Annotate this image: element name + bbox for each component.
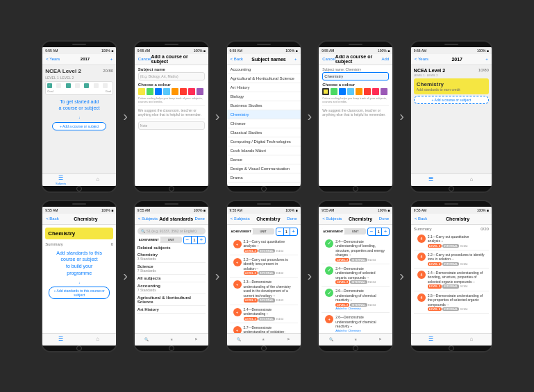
tab-search-9[interactable]: 🔍 xyxy=(319,337,343,341)
tab-search-8[interactable]: 🔍 xyxy=(227,337,251,341)
std-item-23[interactable]: + 2.3—Demonstrate understanding of the c… xyxy=(230,278,298,305)
list-item-classical[interactable]: Classical Studies xyxy=(227,128,301,137)
std-item-27[interactable]: + 2.7—Demonstrate understanding of oxida… xyxy=(230,323,298,333)
swatch-purple[interactable] xyxy=(197,88,203,95)
swatch-yellow-4[interactable] xyxy=(322,88,329,95)
std-item-24[interactable]: + 2.4—Demonstrate understanding→ LEVEL 2… xyxy=(230,305,298,323)
chemistry-card[interactable]: Chemistry Add standards to earn credit xyxy=(414,78,489,94)
swatch-teal[interactable] xyxy=(163,88,170,95)
add-course-btn-5[interactable]: + Add a course or subject xyxy=(414,96,489,104)
seg-ach-9[interactable]: ACHIEVEMENT xyxy=(322,228,344,235)
back-button-3[interactable]: < Back xyxy=(231,57,244,61)
tab-flag-9[interactable]: ⚑ xyxy=(368,337,392,341)
tab-star-8[interactable]: ★ xyxy=(251,337,276,341)
back-button[interactable]: < Years xyxy=(46,57,60,61)
std-item-9-1[interactable]: ✓ 2.4—Demonstrate understanding of bondi… xyxy=(322,237,390,264)
list-item-design[interactable]: Design & Visual Communication xyxy=(227,164,301,173)
stepper-minus[interactable]: − xyxy=(184,237,191,244)
subj-chemistry-7[interactable]: Chemistry 3 Standards xyxy=(137,251,206,263)
step-plus-8[interactable]: + xyxy=(290,228,297,235)
std-item-10-2[interactable]: 4 2.2—Carry out procedures to identify i… xyxy=(414,250,489,269)
tab-flag-7[interactable]: ⚑ xyxy=(183,337,208,341)
cancel-button[interactable]: Cancel xyxy=(138,57,151,61)
years-button-5[interactable]: < Years xyxy=(415,57,428,61)
std-item-9-2[interactable]: ✓ 2.4—Demonstrate understanding of selec… xyxy=(322,264,390,287)
swatch-purple-4[interactable] xyxy=(381,88,387,95)
seg-ach-8[interactable]: ACHIEVEMENT xyxy=(230,228,253,235)
tab-subjects-10[interactable]: ☰ xyxy=(411,336,451,343)
subj-art-7[interactable]: Art History xyxy=(137,306,206,314)
swatch-orange[interactable] xyxy=(172,88,178,95)
std-item-22[interactable]: + 2.2—Carry out procedures to identify i… xyxy=(230,255,298,278)
list-item-chemistry[interactable]: Chemistry xyxy=(227,110,301,119)
done-button-8[interactable]: Done xyxy=(287,216,297,221)
subject-name-value[interactable]: Chemistry xyxy=(322,72,389,80)
notes-input[interactable]: Note xyxy=(138,121,205,130)
subj-accounting-7[interactable]: Accounting 7 Standards xyxy=(137,282,206,294)
search-bar-7[interactable]: 🔍 S1 (e.g. 91337, 3562 or English) xyxy=(137,228,206,235)
list-item-dance[interactable]: Dance xyxy=(227,155,301,164)
list-item-business[interactable]: Business Studies xyxy=(227,101,301,110)
swatch-red-4[interactable] xyxy=(364,88,371,95)
std-item-9-4[interactable]: + 2.6—Demonstrate understanding of chemi… xyxy=(322,313,390,332)
subjects-btn-9[interactable]: < Subjects xyxy=(322,216,342,221)
subj-science-7[interactable]: Science 7 Standards xyxy=(137,263,206,275)
tab-subjects[interactable]: ☰ Subjects xyxy=(42,175,79,185)
swatch-yellow[interactable] xyxy=(138,88,145,95)
cancel-button-4[interactable]: Cancel xyxy=(322,57,335,61)
subj-agri-7[interactable]: Agricultural & Horticultural Science xyxy=(137,294,206,306)
tab-star-9[interactable]: ★ xyxy=(344,337,368,341)
tab-subjects-5[interactable]: ☰ xyxy=(411,176,451,183)
swatch-green-4[interactable] xyxy=(331,88,337,95)
segment-unit[interactable]: UNIT xyxy=(160,237,182,243)
list-item-accounting[interactable]: Accounting xyxy=(227,65,301,74)
list-item-agri[interactable]: Agricultural & Horticultural Science xyxy=(227,74,301,83)
list-item-cook[interactable]: Cook Islands Māori xyxy=(227,146,301,155)
back-button-6[interactable]: < Back xyxy=(46,216,59,221)
tab-home-6[interactable]: ⌂ xyxy=(79,336,116,343)
step-minus-9[interactable]: − xyxy=(368,228,375,235)
std-item-9-3[interactable]: ✓ 2.6—Demonstrate understanding of chemi… xyxy=(322,287,390,313)
swatch-red[interactable] xyxy=(180,88,187,95)
add-standards-btn-6[interactable]: + Add standards to this course or subjec… xyxy=(49,287,110,299)
subj-all-7[interactable]: All subjects xyxy=(137,275,206,282)
add-button[interactable]: + xyxy=(110,57,113,61)
back-btn-10[interactable]: < Back xyxy=(415,216,428,221)
tab-home-10[interactable]: ⌂ xyxy=(451,336,492,343)
stepper-plus[interactable]: + xyxy=(198,237,205,244)
segment-achievement[interactable]: ACHIEVEMENT xyxy=(137,237,160,243)
list-item-chinese[interactable]: Chinese xyxy=(227,119,301,128)
seg-unit-9[interactable]: UNIT xyxy=(344,228,366,235)
swatch-orange-4[interactable] xyxy=(356,88,362,95)
list-item-art[interactable]: Art History xyxy=(227,83,301,92)
swatch-green[interactable] xyxy=(147,88,153,95)
tab-home-5[interactable]: ⌂ xyxy=(451,176,492,183)
tab-6[interactable]: ☰ xyxy=(42,336,79,343)
std-item-21[interactable]: + 2.1—Carry out quantitative analysis→ L… xyxy=(230,237,298,255)
plus-button-3[interactable]: + xyxy=(294,57,297,61)
list-item-biology[interactable]: Biology xyxy=(227,92,301,101)
std-item-10-1[interactable]: 4 2.1—Carry out quantitative analysis→ L… xyxy=(414,232,489,250)
swatch-pink-4[interactable] xyxy=(372,88,379,95)
list-item-drama[interactable]: Drama xyxy=(227,173,301,182)
seg-unit-8[interactable]: UNIT xyxy=(253,228,274,235)
std-item-10-4[interactable]: 4 2.5—Demonstrate understanding of the p… xyxy=(414,291,489,314)
subjects-button-7[interactable]: < Subjects xyxy=(138,216,158,221)
done-btn-9[interactable]: Done xyxy=(379,216,389,221)
add-course-button[interactable]: + Add a course or subject xyxy=(52,122,106,130)
swatch-teal-4[interactable] xyxy=(347,88,354,95)
step-minus-8[interactable]: − xyxy=(276,228,283,235)
swatch-blue-4[interactable] xyxy=(339,88,346,95)
subject-name-input[interactable]: (E.g. Biology, Art, Maths) xyxy=(138,72,205,80)
list-item-computing[interactable]: Computing / Digital Technologies xyxy=(227,137,301,146)
swatch-pink[interactable] xyxy=(188,88,195,95)
tab-flag-8[interactable]: ⚑ xyxy=(276,337,300,341)
std-item-10-3[interactable]: 4 2.4—Demonstrate understanding of bondi… xyxy=(414,269,489,291)
subjects-button-8[interactable]: < Subjects xyxy=(231,216,250,221)
add-action-4[interactable]: Add xyxy=(381,57,389,61)
tab-search-7[interactable]: 🔍 xyxy=(135,337,159,341)
done-button-7[interactable]: Done xyxy=(194,216,204,221)
tab-home[interactable]: ⌂ xyxy=(79,176,116,183)
plus-button-5[interactable]: + xyxy=(485,57,488,61)
tab-star-7[interactable]: ★ xyxy=(159,337,183,341)
